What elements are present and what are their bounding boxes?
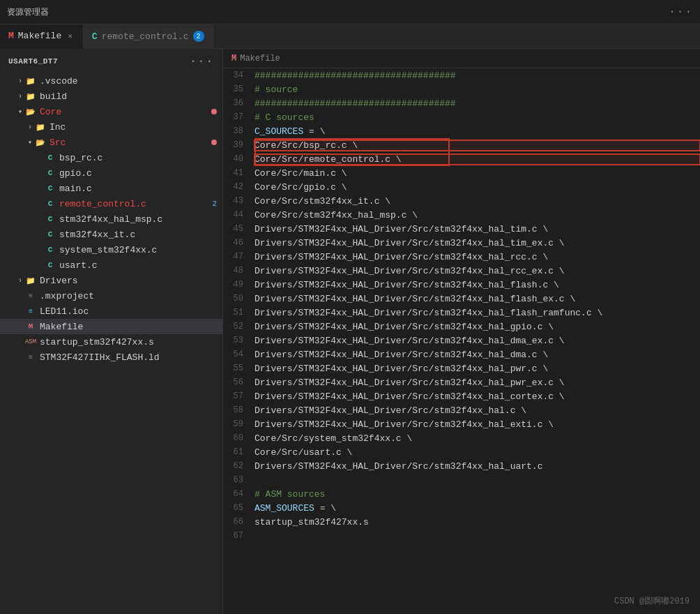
remote-control-label: remote_control.c xyxy=(59,199,212,209)
sidebar-item-flash-ld[interactable]: ≡ STM32F427IIHx_FLASH.ld xyxy=(0,350,222,365)
code-line-37: 37 # C sources xyxy=(223,110,700,124)
folder-drivers-icon: 📁 xyxy=(25,275,36,286)
titlebar-label: 资源管理器 xyxy=(7,6,49,18)
code-line-40: 40 Core/Src/remote_control.c \ xyxy=(223,152,700,166)
sidebar-header: USART6_DT7 ··· xyxy=(0,49,222,73)
gpio-label: gpio.c xyxy=(59,168,222,179)
code-line-66: 66 startup_stm32f427xx.s xyxy=(223,515,700,529)
sidebar-item-bsp-rc[interactable]: C bsp_rc.c xyxy=(0,150,222,165)
code-line-49: 49 Drivers/STM32F4xx_HAL_Driver/Src/stm3… xyxy=(223,278,700,292)
code-line-67: 67 xyxy=(223,529,700,543)
file-it-icon: C xyxy=(45,229,56,240)
code-line-34: 34 ##################################### xyxy=(223,68,700,82)
code-line-47: 47 Drivers/STM32F4xx_HAL_Driver/Src/stm3… xyxy=(223,250,700,264)
sidebar-item-vscode[interactable]: 📁 .vscode xyxy=(0,73,222,89)
sidebar-item-it[interactable]: C stm32f4xx_it.c xyxy=(0,227,222,242)
code-line-56: 56 Drivers/STM32F4xx_HAL_Driver/Src/stm3… xyxy=(223,375,700,389)
titlebar-dots[interactable]: ··· xyxy=(669,6,693,18)
file-gpio-icon: C xyxy=(45,167,56,179)
file-hal-msp-icon: C xyxy=(45,214,56,225)
src-label: Src xyxy=(50,137,211,148)
system-label: system_stm32f4xx.c xyxy=(59,245,222,255)
sidebar: USART6_DT7 ··· 📁 .vscode 📁 build 📂 Core … xyxy=(0,49,223,614)
folder-vscode-icon: 📁 xyxy=(25,75,36,87)
file-remote-control-icon: C xyxy=(45,198,56,209)
sidebar-item-makefile[interactable]: M Makefile xyxy=(0,319,222,334)
sidebar-item-main[interactable]: C main.c xyxy=(0,181,222,196)
src-dot-badge xyxy=(211,140,217,145)
titlebar: 资源管理器 ··· xyxy=(0,0,700,24)
arrow-core xyxy=(15,107,25,117)
led11-label: LED11.ioc xyxy=(40,306,222,317)
file-startup-icon: ASM xyxy=(25,336,36,347)
sidebar-item-led11[interactable]: ≡ LED11.ioc xyxy=(0,304,222,319)
file-led11-icon: ≡ xyxy=(25,306,36,317)
file-flash-ld-icon: ≡ xyxy=(25,352,36,363)
remote-control-tab-icon: C xyxy=(92,31,98,42)
file-usart-icon: C xyxy=(45,260,56,271)
bsp-rc-label: bsp_rc.c xyxy=(59,153,222,163)
usart-label: usart.c xyxy=(59,260,222,271)
sidebar-item-remote-control[interactable]: C remote_control.c 2 xyxy=(0,196,222,211)
code-line-53: 53 Drivers/STM32F4xx_HAL_Driver/Src/stm3… xyxy=(223,334,700,347)
core-dot-badge xyxy=(211,109,217,114)
sidebar-item-system[interactable]: C system_stm32f4xx.c xyxy=(0,242,222,257)
folder-core-icon: 📂 xyxy=(25,106,36,117)
code-editor[interactable]: 34 #####################################… xyxy=(223,68,700,614)
code-line-65: 65 ASM_SOURCES = \ xyxy=(223,501,700,515)
code-line-55: 55 Drivers/STM32F4xx_HAL_Driver/Src/stm3… xyxy=(223,361,700,375)
makefile-tab-close[interactable]: ✕ xyxy=(66,30,75,42)
tab-remote-control[interactable]: C remote_control.c 2 xyxy=(84,24,213,49)
sidebar-item-gpio[interactable]: C gpio.c xyxy=(0,165,222,181)
sidebar-item-mxproject[interactable]: ≡ .mxproject xyxy=(0,288,222,304)
code-line-59: 59 Drivers/STM32F4xx_HAL_Driver/Src/stm3… xyxy=(223,417,700,431)
editor-breadcrumb: M Makefile xyxy=(223,49,700,68)
vscode-label: .vscode xyxy=(40,76,222,87)
inc-label: Inc xyxy=(50,122,222,133)
main-label: main.c xyxy=(59,184,222,194)
main-area: USART6_DT7 ··· 📁 .vscode 📁 build 📂 Core … xyxy=(0,49,700,614)
remote-control-badge: 2 xyxy=(212,200,217,208)
arrow-build xyxy=(15,91,25,101)
sidebar-item-build[interactable]: 📁 build xyxy=(0,89,222,104)
sidebar-item-hal-msp[interactable]: C stm32f4xx_hal_msp.c xyxy=(0,211,222,227)
folder-build-icon: 📁 xyxy=(25,91,36,102)
tab-makefile[interactable]: M Makefile ✕ xyxy=(0,24,84,49)
sidebar-item-src[interactable]: 📂 Src xyxy=(0,135,222,150)
code-line-52: 52 Drivers/STM32F4xx_HAL_Driver/Src/stm3… xyxy=(223,320,700,334)
code-line-63: 63 xyxy=(223,473,700,487)
code-line-48: 48 Drivers/STM32F4xx_HAL_Driver/Src/stm3… xyxy=(223,264,700,278)
sidebar-item-usart[interactable]: C usart.c xyxy=(0,257,222,273)
code-line-46: 46 Drivers/STM32F4xx_HAL_Driver/Src/stm3… xyxy=(223,236,700,250)
code-area: 34 #####################################… xyxy=(223,68,700,594)
remote-control-tab-label: remote_control.c xyxy=(102,31,189,42)
tabbar: M Makefile ✕ C remote_control.c 2 xyxy=(0,24,700,49)
code-line-41: 41 Core/Src/main.c \ xyxy=(223,166,700,180)
makefile-sidebar-label: Makefile xyxy=(40,322,222,332)
code-line-62: 62 Drivers/STM32F4xx_HAL_Driver/Src/stm3… xyxy=(223,459,700,473)
folder-src-icon: 📂 xyxy=(35,137,46,148)
sidebar-more-button[interactable]: ··· xyxy=(190,55,214,68)
build-label: build xyxy=(40,91,222,102)
file-main-icon: C xyxy=(45,183,56,194)
core-label: Core xyxy=(40,107,211,117)
arrow-drivers xyxy=(15,276,25,285)
code-line-57: 57 Drivers/STM32F4xx_HAL_Driver/Src/stm3… xyxy=(223,389,700,403)
remote-control-tab-badge: 2 xyxy=(193,31,204,42)
code-line-45: 45 Drivers/STM32F4xx_HAL_Driver/Src/stm3… xyxy=(223,222,700,236)
code-line-44: 44 Core/Src/stm32f4xx_hal_msp.c \ xyxy=(223,208,700,222)
sidebar-item-core[interactable]: 📂 Core xyxy=(0,104,222,119)
sidebar-item-drivers[interactable]: 📁 Drivers xyxy=(0,273,222,288)
breadcrumb-label: Makefile xyxy=(240,54,280,63)
file-makefile-icon: M xyxy=(25,321,36,332)
hal-msp-label: stm32f4xx_hal_msp.c xyxy=(59,214,222,225)
file-system-icon: C xyxy=(45,244,56,255)
code-line-54: 54 Drivers/STM32F4xx_HAL_Driver/Src/stm3… xyxy=(223,347,700,361)
code-line-58: 58 Drivers/STM32F4xx_HAL_Driver/Src/stm3… xyxy=(223,403,700,417)
code-line-51: 51 Drivers/STM32F4xx_HAL_Driver/Src/stm3… xyxy=(223,306,700,320)
arrow-inc xyxy=(25,122,35,132)
sidebar-item-startup[interactable]: ASM startup_stm32f427xx.s xyxy=(0,334,222,350)
code-line-39: 39 Core/Src/bsp_rc.c \ xyxy=(223,138,700,152)
startup-label: startup_stm32f427xx.s xyxy=(40,337,222,347)
sidebar-item-inc[interactable]: 📁 Inc xyxy=(0,119,222,135)
